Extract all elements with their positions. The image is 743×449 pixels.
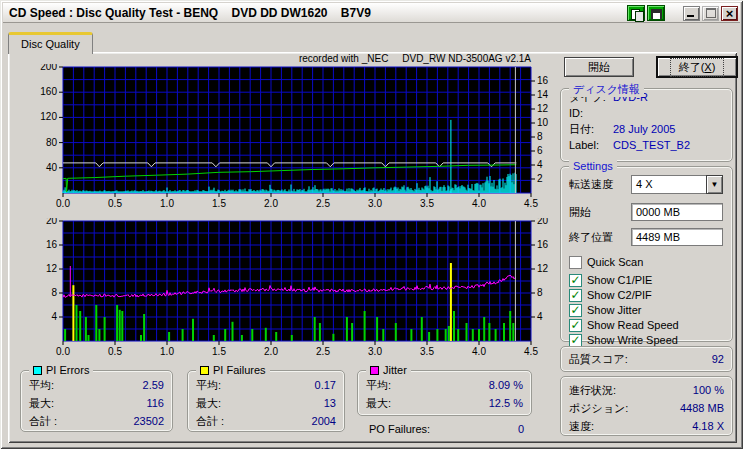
svg-text:40: 40 bbox=[46, 162, 58, 173]
start-pos-input[interactable]: 0000 MB bbox=[631, 203, 723, 221]
exit-button[interactable]: 終了(X) bbox=[656, 56, 738, 78]
svg-text:12: 12 bbox=[46, 263, 58, 274]
svg-text:12: 12 bbox=[537, 103, 549, 114]
stat-row: 平均:8.09 % bbox=[358, 376, 531, 394]
settings-group: Settings 転送速度 4 X ▼ 開始 0000 MB 終了位置 4489… bbox=[560, 166, 733, 342]
svg-text:4: 4 bbox=[51, 311, 57, 322]
stat-label: 最大: bbox=[366, 396, 391, 411]
svg-text:4: 4 bbox=[537, 311, 543, 322]
window-title: CD Speed : Disc Quality Test - BENQ DVD … bbox=[9, 6, 371, 20]
checkbox-box[interactable] bbox=[569, 256, 582, 269]
checkbox-label: Show C1/PIE bbox=[587, 274, 652, 286]
svg-text:4.0: 4.0 bbox=[472, 346, 486, 357]
svg-text:2: 2 bbox=[537, 173, 543, 184]
speed-row-status: 速度:4.18 X bbox=[561, 417, 732, 435]
stat-row: 最大:12.5 % bbox=[358, 394, 531, 412]
checkbox-box[interactable]: ✓ bbox=[569, 319, 582, 332]
svg-text:20: 20 bbox=[46, 218, 58, 226]
svg-text:6: 6 bbox=[537, 145, 543, 156]
close-button[interactable]: × bbox=[721, 6, 738, 21]
jitter-color-swatch bbox=[370, 366, 379, 375]
stat-value: 116 bbox=[146, 397, 164, 409]
speed-status-value: 4.18 X bbox=[692, 420, 724, 432]
svg-text:3.0: 3.0 bbox=[368, 346, 382, 357]
disc-info-row: ID: bbox=[561, 105, 732, 121]
speed-status-label: 速度: bbox=[569, 419, 594, 434]
svg-text:8: 8 bbox=[537, 287, 543, 298]
pi-failures-jitter-chart: 20161284201612840.00.51.01.52.02.53.03.5… bbox=[25, 218, 557, 357]
tab-disc-quality[interactable]: Disc Quality bbox=[8, 32, 93, 54]
quality-score-label: 品質スコア: bbox=[569, 352, 628, 367]
exit-button-label: 終了(X) bbox=[671, 59, 724, 76]
stat-row: 最大:13 bbox=[188, 394, 344, 412]
pi-failures-legend: PI Failures bbox=[196, 364, 270, 376]
checkbox-box[interactable]: ✓ bbox=[569, 334, 582, 347]
recorded-with-label: recorded with _NEC DVD_RW ND-3500AG v2.1… bbox=[63, 53, 531, 64]
svg-text:3.5: 3.5 bbox=[420, 346, 434, 357]
checkbox-show-write-speed[interactable]: ✓Show Write Speed bbox=[569, 333, 678, 347]
maximize-button[interactable] bbox=[702, 6, 719, 21]
svg-text:160: 160 bbox=[40, 86, 57, 97]
checkbox-show-c2-pif[interactable]: ✓Show C2/PIF bbox=[569, 288, 652, 302]
disc-label-label: Label: bbox=[569, 139, 613, 151]
checkbox-box[interactable]: ✓ bbox=[569, 274, 582, 287]
stat-value: 13 bbox=[324, 397, 336, 409]
stat-value: 12.5 % bbox=[489, 397, 523, 409]
stat-label: 平均: bbox=[366, 378, 391, 393]
speed-label: 転送速度 bbox=[569, 177, 631, 192]
settings-title: Settings bbox=[569, 160, 617, 172]
chevron-down-icon[interactable]: ▼ bbox=[706, 175, 723, 194]
svg-text:80: 80 bbox=[46, 137, 58, 148]
start-pos-row: 開始 0000 MB bbox=[569, 203, 723, 221]
svg-text:12: 12 bbox=[537, 263, 549, 274]
disc-quality-panel: recorded with _NEC DVD_RW ND-3500AG v2.1… bbox=[8, 52, 737, 443]
svg-text:1.0: 1.0 bbox=[160, 346, 174, 357]
checkbox-show-jitter[interactable]: ✓Show Jitter bbox=[569, 303, 641, 317]
svg-text:0.5: 0.5 bbox=[108, 198, 122, 209]
stat-row: 平均:2.59 bbox=[21, 376, 172, 394]
save-icon[interactable] bbox=[647, 5, 665, 21]
end-pos-input[interactable]: 4489 MB bbox=[631, 228, 723, 246]
stat-label: 合計 : bbox=[196, 414, 224, 429]
disc-id-label: ID: bbox=[569, 107, 613, 119]
stat-value: 0.17 bbox=[315, 379, 336, 391]
svg-text:1.0: 1.0 bbox=[160, 198, 174, 209]
pi-errors-speed-chart: 20016012080401614121086420.00.51.01.52.0… bbox=[25, 64, 557, 209]
po-failures-row: PO Failures: 0 bbox=[361, 420, 532, 438]
copy-icon[interactable] bbox=[627, 5, 645, 21]
checkbox-box[interactable]: ✓ bbox=[569, 304, 582, 317]
end-pos-row: 終了位置 4489 MB bbox=[569, 228, 723, 246]
checkbox-show-c1-pie[interactable]: ✓Show C1/PIE bbox=[569, 273, 652, 287]
start-button[interactable]: 開始 bbox=[564, 57, 634, 77]
svg-text:4.0: 4.0 bbox=[472, 198, 486, 209]
svg-text:2.5: 2.5 bbox=[316, 198, 330, 209]
pi-errors-stats-box: PI Errors 平均:2.59 最大:116 合計 :23502 bbox=[20, 370, 173, 432]
svg-text:2.5: 2.5 bbox=[316, 346, 330, 357]
tab-strip: Disc Quality bbox=[8, 32, 93, 52]
stat-row: 最大:116 bbox=[21, 394, 172, 412]
checkbox-show-read-speed[interactable]: ✓Show Read Speed bbox=[569, 318, 679, 332]
checkbox-label: Show Read Speed bbox=[587, 319, 679, 331]
svg-text:2.0: 2.0 bbox=[264, 346, 278, 357]
start-pos-label: 開始 bbox=[569, 205, 631, 220]
minimize-button[interactable] bbox=[683, 6, 700, 21]
svg-text:1.5: 1.5 bbox=[212, 198, 226, 209]
stat-label: 合計 : bbox=[29, 414, 57, 429]
title-bar: CD Speed : Disc Quality Test - BENQ DVD … bbox=[3, 3, 740, 23]
disc-date-value: 28 July 2005 bbox=[613, 123, 675, 135]
svg-text:20: 20 bbox=[537, 218, 549, 226]
svg-text:8: 8 bbox=[537, 131, 543, 142]
checkbox-box[interactable]: ✓ bbox=[569, 289, 582, 302]
stat-label: 最大: bbox=[29, 396, 54, 411]
stat-label: 最大: bbox=[196, 396, 221, 411]
checkbox-quick-scan[interactable]: Quick Scan bbox=[569, 255, 643, 269]
titlebar-buttons: × bbox=[627, 5, 738, 21]
stat-row: 合計 :23502 bbox=[21, 412, 172, 430]
speed-select[interactable]: 4 X ▼ bbox=[631, 175, 723, 194]
svg-text:10: 10 bbox=[537, 117, 549, 128]
position-value: 4488 MB bbox=[680, 402, 724, 414]
disc-date-label: 日付: bbox=[569, 122, 613, 137]
tab-label: Disc Quality bbox=[21, 38, 80, 50]
svg-text:8: 8 bbox=[51, 287, 57, 298]
stat-value: 2.59 bbox=[143, 379, 164, 391]
